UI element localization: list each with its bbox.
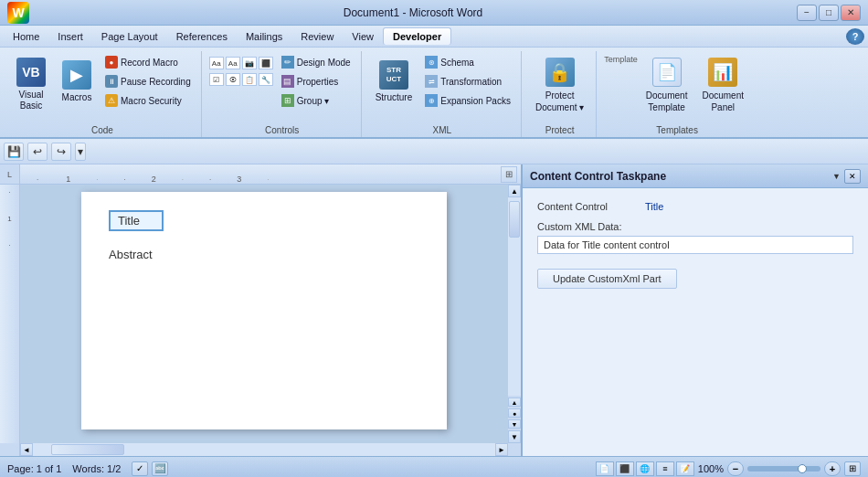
help-button[interactable]: ? [846, 28, 864, 45]
menu-page-layout[interactable]: Page Layout [92, 28, 167, 45]
redo-button[interactable]: ↪ [51, 143, 71, 161]
scroll-down-button[interactable]: ▼ [508, 430, 521, 443]
main-area: L · 1 · · 2 · · 3 · ⊞ · 1 · [0, 164, 868, 456]
properties-icon: ▤ [281, 75, 294, 88]
save-button[interactable]: 💾 [4, 143, 24, 161]
document-panel-button[interactable]: 📊 DocumentPanel [695, 53, 750, 118]
macro-security-label: Macro Security [121, 96, 182, 106]
visual-basic-button[interactable]: VB VisualBasic [9, 53, 53, 116]
status-bar: Page: 1 of 1 Words: 1/2 ✓ 🔤 📄 ⬛ 🌐 ≡ 📝 10… [0, 456, 868, 477]
menu-view[interactable]: View [343, 28, 383, 45]
macro-security-button[interactable]: ⚠ Macro Security [101, 91, 196, 110]
menu-review[interactable]: Review [291, 28, 343, 45]
draft-view[interactable]: 📝 [676, 461, 694, 476]
scroll-track-h[interactable] [33, 443, 495, 456]
record-macro-button[interactable]: ● Record Macro [101, 53, 196, 71]
protect-document-icon: 🔒 [545, 58, 575, 87]
abc-box-3: 📷 [242, 57, 257, 69]
design-mode-label: Design Mode [297, 58, 351, 68]
zoom-slider[interactable] [747, 466, 820, 472]
horizontal-scrollbar[interactable]: ◄ ► [20, 443, 508, 456]
expansion-packs-button[interactable]: ⊕ Expansion Packs [420, 91, 515, 110]
zoom-in-button[interactable]: + [824, 461, 841, 476]
maximize-button[interactable]: □ [819, 5, 839, 21]
quick-access-dropdown[interactable]: ▾ [75, 143, 86, 161]
design-mode-button[interactable]: ✏ Design Mode [277, 53, 355, 71]
zoom-setting-icon[interactable]: ⊞ [844, 461, 861, 476]
abc-box-4: ⬛ [259, 57, 273, 69]
group-button[interactable]: ⊞ Group ▾ [277, 91, 355, 110]
xml-btns: ⊛ Schema ⇌ Transformation ⊕ Expansion Pa… [420, 53, 515, 122]
ruler-expand-button[interactable]: ⊞ [501, 166, 517, 183]
ribbon-group-code: VB VisualBasic ▶ Macros ● Record Macro ⏸… [4, 51, 202, 137]
scroll-track-v[interactable] [508, 197, 521, 396]
macros-button[interactable]: ▶ Macros [55, 53, 99, 110]
update-customxml-button[interactable]: Update CustomXml Part [537, 269, 677, 289]
scroll-next-button[interactable]: ▼ [508, 419, 521, 429]
ruler-corner[interactable]: L [0, 164, 20, 185]
title-content-control[interactable]: Title [109, 210, 164, 231]
xml-data-input[interactable] [537, 236, 853, 254]
taskpane-body: Content Control Title Custom XML Data: U… [523, 188, 868, 302]
menu-references[interactable]: References [167, 28, 237, 45]
menu-home[interactable]: Home [4, 28, 48, 45]
outline-view[interactable]: ≡ [656, 461, 674, 476]
ribbon-templates-items: Template 📄 DocumentTemplate 📊 DocumentPa… [604, 53, 750, 135]
taskpane-close-button[interactable]: ✕ [844, 169, 861, 184]
scroll-thumb-h[interactable] [51, 444, 124, 455]
language-icon[interactable]: 🔤 [152, 461, 168, 476]
menu-insert[interactable]: Insert [48, 28, 92, 45]
zoom-out-button[interactable]: − [727, 461, 744, 476]
design-mode-icon: ✏ [281, 56, 294, 69]
taskpane-header: Content Control Taskpane ▼ ✕ [523, 164, 868, 188]
macro-security-icon: ⚠ [105, 94, 118, 107]
pause-recording-icon: ⏸ [105, 75, 118, 88]
ribbon-controls-items: Aa Aa 📷 ⬛ ☑ ⦿ 📋 🔧 ✏ Design Mode [209, 53, 355, 135]
taskpane: Content Control Taskpane ▼ ✕ Content Con… [521, 164, 868, 456]
code-group-label: Code [4, 125, 201, 135]
zoom-level: 100% [698, 463, 724, 474]
ribbon: VB VisualBasic ▶ Macros ● Record Macro ⏸… [0, 48, 868, 139]
zoom-thumb[interactable] [798, 464, 807, 473]
scroll-prev-button[interactable]: ▲ [508, 398, 521, 407]
full-screen-view[interactable]: ⬛ [616, 461, 634, 476]
templates-group-label: Templates [598, 125, 756, 135]
vertical-scrollbar[interactable]: ▲ ▲ ● ▼ ▼ [508, 185, 521, 443]
document-page-area[interactable]: Title Abstract [20, 185, 508, 443]
properties-label: Properties [297, 77, 339, 87]
scroll-up-button[interactable]: ▲ [508, 185, 521, 197]
minimize-button[interactable]: − [797, 5, 817, 21]
menu-bar: Home Insert Page Layout References Maili… [0, 26, 868, 48]
protect-document-button[interactable]: 🔒 ProtectDocument ▾ [529, 53, 590, 118]
code-small-btns: ● Record Macro ⏸ Pause Recording ⚠ Macro… [101, 53, 196, 122]
menu-developer[interactable]: Developer [383, 27, 451, 45]
properties-button[interactable]: ▤ Properties [277, 72, 355, 90]
taskpane-dropdown-button[interactable]: ▼ [832, 172, 841, 181]
menu-mailings[interactable]: Mailings [237, 28, 291, 45]
scroll-select-button[interactable]: ● [508, 408, 521, 418]
pause-recording-button[interactable]: ⏸ Pause Recording [101, 72, 196, 90]
record-macro-label: Record Macro [121, 58, 178, 68]
expansion-packs-label: Expansion Packs [440, 96, 511, 106]
schema-button[interactable]: ⊛ Schema [420, 53, 515, 71]
print-layout-view[interactable]: 📄 [596, 461, 614, 476]
hscroll-corner-left [0, 443, 20, 456]
scroll-right-button[interactable]: ► [495, 443, 508, 456]
web-layout-view[interactable]: 🌐 [636, 461, 654, 476]
undo-button[interactable]: ↩ [27, 143, 48, 161]
document-panel-icon: 📊 [708, 58, 737, 87]
ruler-horizontal: L · 1 · · 2 · · 3 · ⊞ [0, 164, 521, 185]
scroll-left-button[interactable]: ◄ [20, 443, 33, 456]
title-control-text: Title [118, 214, 140, 228]
spell-check-icon[interactable]: ✓ [132, 461, 148, 476]
toolbar-strip: 💾 ↩ ↪ ▾ [0, 139, 868, 164]
controls-grid-icon: Aa Aa 📷 ⬛ ☑ ⦿ 📋 🔧 [209, 53, 273, 86]
hscroll-area: ◄ ► [0, 443, 521, 456]
close-button[interactable]: ✕ [841, 5, 861, 21]
ribbon-group-xml: STRUCT Structure ⊛ Schema ⇌ Transformati… [364, 51, 522, 137]
transformation-button[interactable]: ⇌ Transformation [420, 72, 515, 90]
structure-button[interactable]: STRUCT Structure [369, 53, 419, 110]
scroll-thumb-v[interactable] [509, 201, 520, 238]
document-template-button[interactable]: 📄 DocumentTemplate [640, 53, 694, 118]
status-icons: ✓ 🔤 [132, 461, 168, 476]
